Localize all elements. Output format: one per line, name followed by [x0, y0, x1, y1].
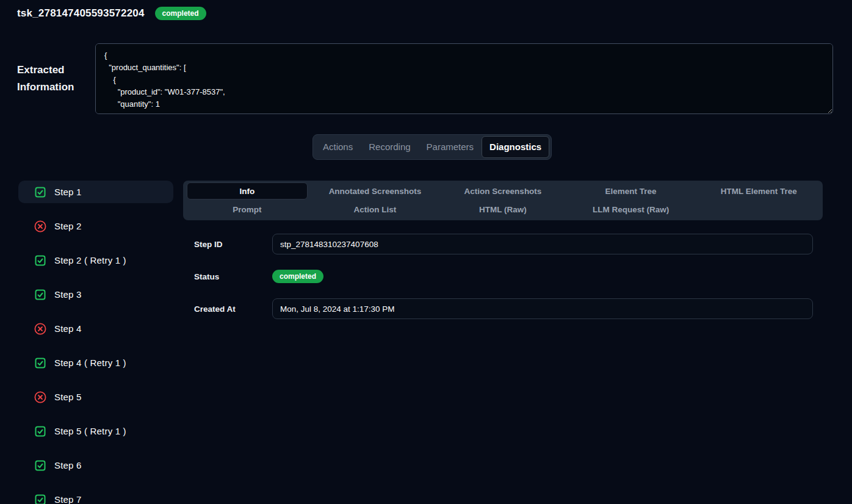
status-label: Status [194, 272, 219, 281]
tab-recording[interactable]: Recording [361, 136, 418, 158]
extracted-information-textarea[interactable]: { "product_quantities": [ { "product_id"… [95, 43, 833, 114]
step-item-1[interactable]: Step 1 [18, 181, 173, 203]
step-item-7[interactable]: Step 5 [18, 386, 173, 408]
subtab-llm-request-raw[interactable]: LLM Request (Raw) [571, 201, 691, 218]
check-square-icon [34, 357, 46, 369]
step-item-8[interactable]: Step 5 ( Retry 1 ) [18, 420, 173, 442]
check-square-icon [34, 494, 46, 504]
step-id-input[interactable] [272, 234, 813, 254]
tab-actions[interactable]: Actions [315, 136, 361, 158]
step-label: Step 2 [54, 221, 82, 231]
step-item-2[interactable]: Step 2 [18, 215, 173, 237]
step-item-3[interactable]: Step 2 ( Retry 1 ) [18, 249, 173, 272]
subtab-action-screenshots[interactable]: Action Screenshots [442, 182, 563, 200]
x-circle-icon [34, 391, 46, 403]
tab-parameters[interactable]: Parameters [419, 136, 482, 158]
step-item-5[interactable]: Step 4 [18, 317, 173, 340]
created-at-input[interactable] [272, 298, 813, 319]
check-square-icon [34, 289, 46, 301]
check-square-icon [34, 186, 46, 198]
step-item-6[interactable]: Step 4 ( Retry 1 ) [18, 351, 173, 374]
subtab-html-raw[interactable]: HTML (Raw) [442, 201, 563, 218]
check-square-icon [34, 425, 46, 437]
step-label: Step 5 ( Retry 1 ) [54, 426, 126, 436]
subtab-annotated-screenshots[interactable]: Annotated Screenshots [315, 182, 436, 200]
subtab-html-element-tree[interactable]: HTML Element Tree [698, 182, 819, 200]
step-label: Step 7 [54, 494, 82, 504]
extracted-information-label: Extracted Information [17, 62, 90, 96]
status-badge-wrap: completed [272, 270, 323, 283]
subtab-prompt[interactable]: Prompt [187, 201, 308, 218]
step-item-10[interactable]: Step 7 [18, 488, 173, 504]
step-item-4[interactable]: Step 3 [18, 283, 173, 306]
subtab-element-tree[interactable]: Element Tree [571, 182, 691, 200]
step-status-badge: completed [272, 270, 323, 283]
step-id-label: Step ID [194, 240, 223, 249]
step-label: Step 1 [54, 187, 82, 197]
page-title: tsk_278147405593572204 [17, 7, 145, 20]
subtab-action-list[interactable]: Action List [315, 201, 436, 218]
task-status-badge: completed [155, 7, 206, 20]
created-at-label: Created At [194, 304, 236, 314]
check-square-icon [34, 459, 46, 472]
step-label: Step 3 [54, 289, 82, 300]
step-label: Step 2 ( Retry 1 ) [54, 255, 126, 265]
steps-sidebar: Step 1 Step 2 Step 2 ( Retry 1 ) Step 3 … [18, 181, 173, 504]
step-label: Step 4 [54, 323, 82, 334]
step-label: Step 4 ( Retry 1 ) [54, 358, 126, 368]
step-item-9[interactable]: Step 6 [18, 454, 173, 477]
main-tab-bar: Actions Recording Parameters Diagnostics [312, 134, 552, 160]
subtab-info[interactable]: Info [187, 182, 308, 200]
check-square-icon [34, 254, 46, 267]
x-circle-icon [34, 323, 46, 335]
tab-diagnostics[interactable]: Diagnostics [482, 136, 549, 158]
header: tsk_278147405593572204 completed [17, 7, 206, 20]
x-circle-icon [34, 220, 46, 232]
diagnostics-subtab-bar: Info Annotated Screenshots Action Screen… [183, 181, 823, 220]
step-label: Step 6 [54, 460, 82, 470]
step-label: Step 5 [54, 392, 82, 402]
